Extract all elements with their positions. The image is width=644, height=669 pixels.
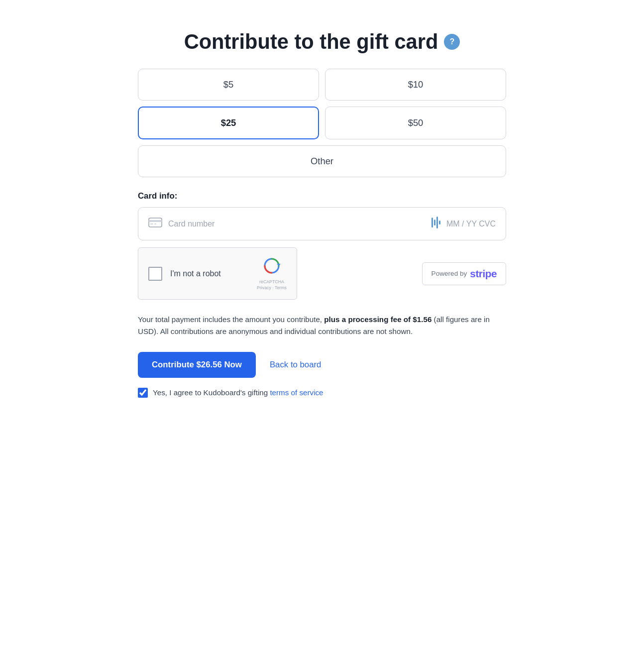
back-to-board-button[interactable]: Back to board <box>270 360 322 370</box>
tos-checkbox[interactable] <box>138 388 148 398</box>
payment-notice-bold: plus a processing fee of $1.56 <box>324 315 431 324</box>
recaptcha-label: I'm not a robot <box>170 269 249 278</box>
svg-marker-8 <box>277 264 281 266</box>
page-title-text: Contribute to the gift card <box>184 30 438 54</box>
main-container: Contribute to the gift card ? $5 $10 $25… <box>118 20 526 423</box>
amount-50-button[interactable]: $50 <box>325 107 506 139</box>
actions-row: Contribute $26.56 Now Back to board <box>138 352 506 378</box>
tos-text-prefix: Yes, I agree to Kudoboard's gifting <box>153 388 270 397</box>
card-icon <box>148 218 162 230</box>
svg-rect-3 <box>154 223 156 224</box>
other-amount-button[interactable]: Other <box>138 145 506 177</box>
svg-rect-5 <box>434 220 435 225</box>
svg-rect-7 <box>439 221 440 224</box>
bottom-row: I'm not a robot reCAPTCHA Privacy · Term… <box>138 247 506 300</box>
card-number-placeholder: Card number <box>168 220 426 228</box>
recaptcha-brand-text: reCAPTCHA <box>259 279 284 284</box>
tos-text: Yes, I agree to Kudoboard's gifting term… <box>153 388 323 397</box>
card-input-row[interactable]: Card number MM / YY CVC <box>138 207 506 240</box>
tos-link[interactable]: terms of service <box>270 388 323 397</box>
help-icon[interactable]: ? <box>444 34 460 50</box>
svg-rect-1 <box>149 220 162 222</box>
stripe-bar-icon <box>431 217 440 231</box>
amount-25-button[interactable]: $25 <box>138 107 319 139</box>
recaptcha-widget[interactable]: I'm not a robot reCAPTCHA Privacy · Term… <box>138 247 297 300</box>
amount-10-button[interactable]: $10 <box>325 69 506 101</box>
recaptcha-checkbox[interactable] <box>148 267 162 281</box>
recaptcha-spinner-icon <box>263 257 281 278</box>
recaptcha-logo: reCAPTCHA Privacy · Terms <box>257 257 287 290</box>
tos-row: Yes, I agree to Kudoboard's gifting term… <box>138 388 506 398</box>
svg-rect-2 <box>150 223 153 224</box>
powered-by-stripe-badge: Powered by stripe <box>422 262 506 285</box>
stripe-logo: stripe <box>470 268 497 280</box>
amount-5-button[interactable]: $5 <box>138 69 319 101</box>
payment-notice-prefix: Your total payment includes the amount y… <box>138 315 324 324</box>
powered-by-text: Powered by <box>431 270 467 277</box>
svg-rect-0 <box>149 218 162 227</box>
svg-rect-6 <box>436 217 438 228</box>
recaptcha-links: Privacy · Terms <box>257 285 287 290</box>
expiry-cvc-placeholder: MM / YY CVC <box>446 220 496 228</box>
card-expiry-cvc: MM / YY CVC <box>446 220 496 228</box>
page-title: Contribute to the gift card ? <box>138 30 506 54</box>
card-info-label: Card info: <box>138 191 506 201</box>
amount-grid: $5 $10 $25 $50 <box>138 69 506 139</box>
payment-notice: Your total payment includes the amount y… <box>138 314 506 338</box>
svg-rect-4 <box>431 218 433 227</box>
contribute-button[interactable]: Contribute $26.56 Now <box>138 352 256 378</box>
